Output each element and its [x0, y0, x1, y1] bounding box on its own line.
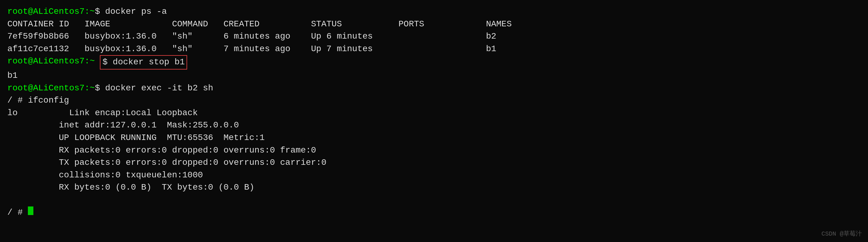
table-row-1: 7ef59f9b8b66 busybox:1.36.0 "sh" 6 minut…	[7, 30, 861, 43]
ifconfig-collisions: collisions:0 txqueuelen:1000	[7, 169, 861, 182]
command-line-exec: root@ALiCentos7:~$ docker exec -it b2 sh	[7, 82, 861, 95]
col-header-image: IMAGE	[85, 18, 172, 31]
row2-ports	[399, 43, 486, 56]
row1-created: 6 minutes ago	[224, 30, 311, 43]
command-stop-highlighted: $ docker stop b1	[100, 55, 187, 69]
ifconfig-rx-packets: RX packets:0 errors:0 dropped:0 overruns…	[7, 144, 861, 157]
final-prompt-line[interactable]: / #	[7, 207, 861, 219]
row2-command: "sh"	[172, 43, 224, 56]
row2-image: busybox:1.36.0	[85, 43, 172, 56]
command-exec: $ docker exec -it b2 sh	[95, 82, 213, 95]
ifconfig-tx-packets: TX packets:0 errors:0 dropped:0 overruns…	[7, 156, 861, 169]
ifconfig-inet: inet addr:127.0.0.1 Mask:255.0.0.0	[7, 119, 861, 132]
col-header-container-id: CONTAINER ID	[7, 18, 85, 31]
col-header-ports: PORTS	[399, 18, 486, 31]
ifconfig-tx-packets-text: TX packets:0 errors:0 dropped:0 overruns…	[7, 156, 327, 169]
command-1: $ docker ps -a	[95, 5, 167, 18]
ifconfig-prompt: / # ifconfig	[7, 94, 69, 107]
row2-status: Up 7 minutes	[311, 43, 399, 56]
ifconfig-rx-bytes: RX bytes:0 (0.0 B) TX bytes:0 (0.0 B)	[7, 181, 861, 194]
table-header: CONTAINER ID IMAGE COMMAND CREATED STATU…	[7, 18, 861, 31]
blank-line	[7, 194, 861, 207]
ifconfig-lo-interface: lo	[7, 107, 18, 119]
row2-names: b1	[486, 43, 496, 56]
table-row-2: af11c7ce1132 busybox:1.36.0 "sh" 7 minut…	[7, 43, 861, 56]
row1-command: "sh"	[172, 30, 224, 43]
stop-output: b1	[7, 69, 861, 82]
ifconfig-lo-line: lo Link encap:Local Loopback	[7, 107, 861, 119]
terminal-cursor	[28, 207, 33, 215]
ifconfig-inet-text: inet addr:127.0.0.1 Mask:255.0.0.0	[7, 119, 239, 132]
col-header-created: CREATED	[224, 18, 311, 31]
row1-status: Up 6 minutes	[311, 30, 399, 43]
command-line-1: root@ALiCentos7:~$ docker ps -a	[7, 5, 861, 18]
ifconfig-loopback-text: UP LOOPBACK RUNNING MTU:65536 Metric:1	[7, 132, 265, 144]
watermark: CSDN @草莓汁	[822, 230, 862, 238]
prompt-exec: root@ALiCentos7:~	[7, 82, 95, 95]
prompt-stop: root@ALiCentos7:~	[7, 55, 95, 69]
row1-names: b2	[486, 30, 496, 43]
col-header-command: COMMAND	[172, 18, 224, 31]
command-line-stop: root@ALiCentos7:~ $ docker stop b1	[7, 55, 861, 69]
prompt-1: root@ALiCentos7:~	[7, 5, 95, 18]
row1-container-id: 7ef59f9b8b66	[7, 30, 85, 43]
ifconfig-rx-packets-text: RX packets:0 errors:0 dropped:0 overruns…	[7, 144, 316, 157]
row1-image: busybox:1.36.0	[85, 30, 172, 43]
terminal-window: root@ALiCentos7:~$ docker ps -a CONTAINE…	[0, 0, 868, 242]
command-stop-prefix	[95, 55, 100, 69]
ifconfig-lo-encap: Link encap:Local Loopback	[18, 107, 208, 119]
ifconfig-command: / # ifconfig	[7, 94, 861, 107]
row2-created: 7 minutes ago	[224, 43, 311, 56]
ifconfig-loopback: UP LOOPBACK RUNNING MTU:65536 Metric:1	[7, 132, 861, 144]
ifconfig-rx-bytes-text: RX bytes:0 (0.0 B) TX bytes:0 (0.0 B)	[7, 181, 254, 194]
row1-ports	[399, 30, 486, 43]
row2-container-id: af11c7ce1132	[7, 43, 85, 56]
final-prompt-text: / #	[7, 207, 28, 219]
stop-result: b1	[7, 69, 18, 82]
ifconfig-collisions-text: collisions:0 txqueuelen:1000	[7, 169, 203, 182]
col-header-status: STATUS	[311, 18, 399, 31]
col-header-names: NAMES	[486, 18, 512, 31]
